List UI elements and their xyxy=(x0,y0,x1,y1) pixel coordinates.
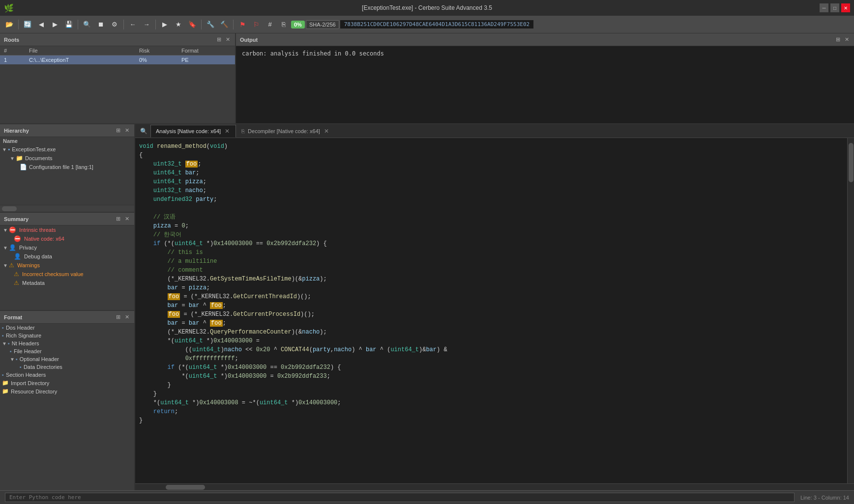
tree-item-exceptiontest[interactable]: ▼ ▪ ExceptionTest.exe xyxy=(0,145,134,154)
format-item-data-dirs[interactable]: ▪ Data Directories xyxy=(0,363,134,371)
tree-item-configfile[interactable]: 📄 Configuration file 1 [lang:1] xyxy=(0,163,134,171)
summary-item-intrinsic[interactable]: ▼ ⛔ Intrinsic threats xyxy=(0,225,134,234)
person-icon-1: 👤 xyxy=(9,244,16,251)
format-item-nt-headers[interactable]: ▼ ▪ Nt Headers xyxy=(0,339,134,347)
summary-item-debug[interactable]: 👤 Debug data xyxy=(0,252,134,261)
hierarchy-close-button[interactable]: ✕ xyxy=(123,127,130,134)
format-tree: ▪ Dos Header ▪ Rich Signature ▼ ▪ Nt Hea… xyxy=(0,324,134,490)
roots-undock-button[interactable]: ⊞ xyxy=(215,36,222,43)
forward-button[interactable]: ▶ xyxy=(49,18,61,31)
format-icon-4: ▪ xyxy=(10,348,12,354)
output-undock-button[interactable]: ⊞ xyxy=(834,36,841,43)
bookmark-button[interactable]: 🔖 xyxy=(186,18,199,31)
stop-button[interactable]: ⏹ xyxy=(94,18,107,31)
format-item-file-header[interactable]: ▪ File Header xyxy=(0,347,134,355)
maximize-button[interactable]: □ xyxy=(830,3,839,12)
summary-item-native[interactable]: ⛔ Native code: x64 xyxy=(0,234,134,243)
format-panel-title: Format xyxy=(4,314,22,320)
hierarchy-tree: ▼ ▪ ExceptionTest.exe ▼ 📁 Documents 📄 Co… xyxy=(0,145,134,205)
tree-label-documents: Documents xyxy=(25,155,53,161)
col-file: File xyxy=(25,46,135,56)
format-icon-5: ▪ xyxy=(16,356,18,362)
tool2-button[interactable]: 🔨 xyxy=(218,18,231,31)
label-metadata: Metadata xyxy=(22,280,45,286)
roots-table: # File Risk Format 1 C:\...\ExceptionT 0… xyxy=(0,46,235,123)
flag1-button[interactable]: ⚑ xyxy=(236,18,249,31)
format-item-optional-header[interactable]: ▼ ▪ Optional Header xyxy=(0,355,134,363)
arrow-nt: ▼ xyxy=(2,341,7,346)
tab-analysis-close[interactable]: ✕ xyxy=(224,128,231,135)
save-button[interactable]: 💾 xyxy=(62,18,75,31)
label-native: Native code: x64 xyxy=(24,236,64,242)
copy-button[interactable]: ⎘ xyxy=(277,18,290,31)
summary-item-warnings[interactable]: ▼ ⚠ Warnings xyxy=(0,261,134,270)
format-close-button[interactable]: ✕ xyxy=(123,314,130,321)
folder-icon-import: 📁 xyxy=(2,380,9,386)
star-button[interactable]: ★ xyxy=(172,18,185,31)
play-button[interactable]: ▶ xyxy=(158,18,171,31)
format-label-file-header: File Header xyxy=(14,348,42,354)
code-editor[interactable]: void renamed_method(void) { uint32_t foo… xyxy=(135,138,854,483)
hierarchy-undock-button[interactable]: ⊞ xyxy=(115,127,121,134)
close-button[interactable]: ✕ xyxy=(841,3,850,12)
format-item-rich-sig[interactable]: ▪ Rich Signature xyxy=(0,332,134,339)
toolbar-sep-5 xyxy=(201,20,202,29)
format-label-import: Import Directory xyxy=(11,380,49,386)
format-panel: Format ⊞ ✕ ▪ Dos Header ▪ Rich Signature xyxy=(0,311,134,490)
tool1-button[interactable]: 🔧 xyxy=(204,18,217,31)
table-row[interactable]: 1 C:\...\ExceptionT 0% PE xyxy=(0,56,235,65)
format-item-import-dir[interactable]: 📁 Import Directory xyxy=(0,379,134,387)
output-panel: Output ⊞ ✕ carbon: analysis finished in … xyxy=(236,33,854,123)
format-undock-button[interactable]: ⊞ xyxy=(115,314,121,321)
summary-undock-button[interactable]: ⊞ xyxy=(115,216,121,223)
bottom-section: Hierarchy ⊞ ✕ Name ▼ ▪ ExceptionTest.exe… xyxy=(0,124,854,490)
hash-button[interactable]: # xyxy=(264,18,276,31)
format-item-dos-header[interactable]: ▪ Dos Header xyxy=(0,324,134,332)
flag2-button[interactable]: ⚐ xyxy=(250,18,263,31)
hierarchy-panel: Hierarchy ⊞ ✕ Name ▼ ▪ ExceptionTest.exe… xyxy=(0,124,134,213)
summary-item-metadata[interactable]: ⚠ Metadata xyxy=(0,279,134,287)
code-vscrollbar[interactable] xyxy=(847,138,854,483)
hierarchy-hscroll[interactable] xyxy=(0,205,134,212)
summary-close-button[interactable]: ✕ xyxy=(123,216,130,223)
label-debug: Debug data xyxy=(24,253,52,259)
danger-icon-1: ⛔ xyxy=(9,226,16,233)
python-input[interactable] xyxy=(5,493,795,502)
summary-panel-header: Summary ⊞ ✕ xyxy=(0,213,134,225)
status-line-col: Line: 3 - Column: 14 xyxy=(800,495,849,501)
format-item-section-headers[interactable]: ▪ Section Headers xyxy=(0,371,134,379)
summary-item-checksum[interactable]: ⚠ Incorrect checksum value xyxy=(0,270,134,279)
settings-button[interactable]: ⚙ xyxy=(108,18,121,31)
tree-item-documents[interactable]: ▼ 📁 Documents xyxy=(0,154,134,163)
tab-analysis[interactable]: Analysis [Native code: x64] ✕ xyxy=(150,125,236,138)
nav-next-button[interactable]: → xyxy=(140,18,153,31)
app-logo: 🌿 xyxy=(4,3,14,13)
tab-search-icon[interactable]: 🔍 xyxy=(137,128,150,135)
summary-item-privacy[interactable]: ▼ 👤 Privacy xyxy=(0,243,134,252)
arrow-intrinsic: ▼ xyxy=(3,227,8,233)
format-item-resource-dir[interactable]: 📁 Resource Directory xyxy=(0,387,134,395)
toolbar-sep-1 xyxy=(18,20,19,29)
nav-prev-button[interactable]: ← xyxy=(126,18,139,31)
code-content: void renamed_method(void) { uint32_t foo… xyxy=(135,138,854,429)
person-icon-2: 👤 xyxy=(14,253,21,260)
hierarchy-panel-title: Hierarchy xyxy=(4,128,29,134)
format-label-resource: Resource Directory xyxy=(11,389,57,394)
code-hscrollbar[interactable] xyxy=(135,483,854,490)
toolbar-sep-6 xyxy=(233,20,234,29)
output-close-button[interactable]: ✕ xyxy=(843,36,850,43)
format-label-dos: Dos Header xyxy=(6,325,35,331)
summary-panel-controls: ⊞ ✕ xyxy=(115,216,130,223)
open-button[interactable]: 📂 xyxy=(3,18,16,31)
scan-button[interactable]: 🔍 xyxy=(81,18,93,31)
back-button[interactable]: ◀ xyxy=(35,18,48,31)
tab-decompiler[interactable]: ⎘ Decompiler [Native code: x64] ✕ xyxy=(236,125,335,138)
minimize-button[interactable]: ─ xyxy=(820,3,828,12)
refresh-button[interactable]: 🔄 xyxy=(21,18,34,31)
tab-decompiler-close[interactable]: ✕ xyxy=(323,128,330,135)
label-warnings: Warnings xyxy=(17,262,40,268)
hscroll-thumb xyxy=(2,206,17,211)
roots-close-button[interactable]: ✕ xyxy=(224,36,231,43)
format-icon-2: ▪ xyxy=(2,333,4,338)
hash-algo[interactable]: SHA-2/256 xyxy=(306,20,339,29)
